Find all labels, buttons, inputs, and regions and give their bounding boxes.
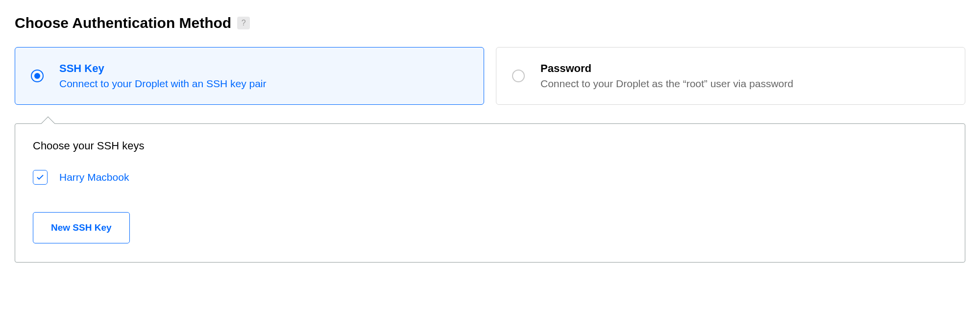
ssh-panel-title: Choose your SSH keys [33, 140, 947, 152]
help-icon[interactable]: ? [237, 17, 250, 29]
auth-option-title: Password [540, 62, 793, 75]
auth-options: SSH Key Connect to your Droplet with an … [15, 47, 965, 105]
section-title: Choose Authentication Method [15, 15, 231, 31]
ssh-key-item[interactable]: Harry Macbook [33, 170, 947, 185]
radio-icon [512, 70, 525, 82]
auth-option-desc: Connect to your Droplet with an SSH key … [59, 78, 267, 90]
auth-option-password[interactable]: Password Connect to your Droplet as the … [496, 47, 965, 105]
auth-option-title: SSH Key [59, 62, 267, 75]
checkbox-icon[interactable] [33, 170, 48, 185]
auth-option-text: Password Connect to your Droplet as the … [540, 62, 793, 90]
radio-icon [31, 70, 44, 82]
auth-option-ssh[interactable]: SSH Key Connect to your Droplet with an … [15, 47, 484, 105]
auth-option-text: SSH Key Connect to your Droplet with an … [59, 62, 267, 90]
auth-option-desc: Connect to your Droplet as the “root” us… [540, 78, 793, 90]
ssh-keys-panel: Choose your SSH keys Harry Macbook New S… [15, 123, 965, 263]
section-header: Choose Authentication Method ? [15, 15, 965, 31]
new-ssh-key-button[interactable]: New SSH Key [33, 212, 130, 243]
ssh-key-label[interactable]: Harry Macbook [59, 171, 129, 183]
